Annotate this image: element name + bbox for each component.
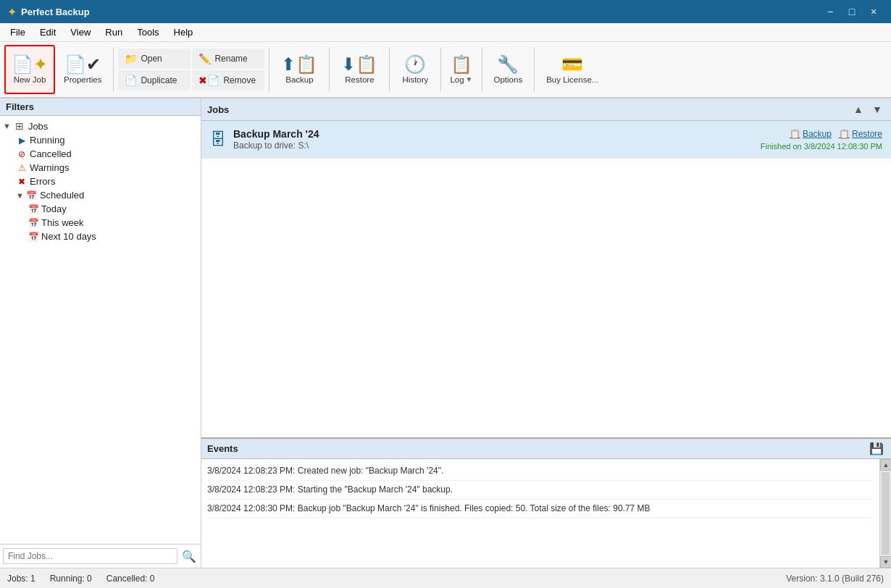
separator-6: [482, 48, 482, 91]
job-item-backup-march[interactable]: 🗄 Backup March '24 Backup to drive: S:\ …: [201, 121, 891, 159]
status-cancelled: Cancelled: 0: [106, 574, 155, 584]
separator-5: [440, 48, 441, 91]
options-button[interactable]: 🔧 Options: [487, 45, 530, 94]
warnings-icon: ⚠: [16, 163, 28, 173]
sidebar-item-next-10-days[interactable]: 📅 Next 10 days: [0, 230, 201, 243]
rename-label: Rename: [214, 54, 247, 64]
job-action-links: 📋 Backup 📋 Restore: [790, 129, 882, 139]
sidebar-item-today-label: Today: [41, 203, 67, 214]
sidebar-item-today[interactable]: 📅 Today: [0, 202, 201, 216]
new-job-button[interactable]: 📄✦ New Job: [4, 45, 55, 94]
open-label: Open: [141, 54, 162, 64]
open-icon: 📁: [125, 53, 137, 64]
toolbar-group-newjob: 📄✦ New Job 📄✔ Properties: [3, 42, 110, 97]
menu-help[interactable]: Help: [167, 23, 201, 41]
sort-up-button[interactable]: ▲: [850, 101, 866, 117]
close-button[interactable]: ×: [863, 3, 884, 20]
sidebar-tree: ▼ ⊞ Jobs ▶ Running ⊘ Cancelled ⚠ Warning…: [0, 116, 201, 544]
jobs-panel: Jobs ▲ ▼ 🗄 Backup March '24 Backup to dr…: [201, 98, 891, 437]
sidebar-item-errors[interactable]: ✖ Errors: [0, 175, 201, 188]
backup-button[interactable]: ⬆📋 Backup: [274, 45, 325, 94]
backup-icon: ⬆📋: [281, 56, 317, 73]
menu-view[interactable]: View: [63, 23, 98, 41]
events-save-button[interactable]: 💾: [868, 442, 885, 455]
duplicate-button[interactable]: 📄 Duplicate: [118, 70, 191, 91]
toolbar-group-log: 📋 Log ▼: [444, 42, 478, 97]
history-button[interactable]: 🕐 History: [394, 45, 436, 94]
sidebar-item-warnings[interactable]: ⚠ Warnings: [0, 161, 201, 175]
properties-icon: 📄✔: [64, 56, 101, 73]
job-finished-time: Finished on 3/8/2024 12:08:30 PM: [761, 142, 882, 151]
remove-icon: ✖📄: [198, 75, 219, 86]
log-icon: 📋: [451, 56, 472, 73]
event-line-1: 3/8/2024 12:08:23 PM: Starting the "Back…: [207, 481, 874, 500]
events-panel: Events 💾 3/8/2024 12:08:23 PM: Created n…: [201, 437, 891, 568]
separator-7: [534, 48, 535, 91]
sidebar-item-errors-label: Errors: [30, 176, 55, 187]
separator-2: [269, 48, 269, 91]
sidebar-item-next-10-days-label: Next 10 days: [41, 231, 96, 242]
log-label: Log: [450, 75, 464, 84]
jobs-panel-title: Jobs: [207, 104, 229, 115]
scroll-down-button[interactable]: ▼: [880, 556, 891, 568]
collapse-icon-scheduled: ▼: [16, 191, 24, 200]
sidebar-header: Filters: [0, 98, 201, 116]
job-db-icon: 🗄: [210, 130, 226, 149]
open-button[interactable]: 📁 Open: [118, 49, 191, 69]
scroll-up-button[interactable]: ▲: [880, 459, 891, 471]
new-job-icon: 📄✦: [12, 56, 48, 73]
job-backup-link[interactable]: 📋 Backup: [790, 129, 832, 139]
toolbar-group-history: 🕐 History: [393, 42, 438, 97]
title-bar-left: ✦ Perfect Backup: [7, 5, 90, 19]
toolbar-group-file: 📁 Open 📄 Duplicate ✏️ Rename ✖📄 Remove: [117, 42, 266, 97]
sidebar: Filters ▼ ⊞ Jobs ▶ Running ⊘ Cancelled ⚠…: [0, 98, 201, 568]
remove-button[interactable]: ✖📄 Remove: [192, 70, 264, 91]
job-actions: 📋 Backup 📋 Restore Finished on 3/8/2024 …: [761, 129, 882, 151]
sidebar-item-cancelled[interactable]: ⊘ Cancelled: [0, 147, 201, 161]
sort-down-button[interactable]: ▼: [869, 101, 885, 117]
scrollbar-thumb[interactable]: [882, 472, 890, 555]
events-title: Events: [207, 443, 238, 454]
sidebar-item-jobs[interactable]: ▼ ⊞ Jobs: [0, 119, 201, 133]
minimize-button[interactable]: −: [820, 3, 840, 20]
options-label: Options: [494, 75, 523, 84]
restore-icon: ⬇📋: [341, 56, 377, 73]
rename-button[interactable]: ✏️ Rename: [192, 49, 264, 69]
sidebar-search-bar: 🔍: [0, 544, 201, 568]
next-10-days-calendar-icon: 📅: [28, 232, 39, 242]
jobs-grid-icon: ⊞: [13, 120, 26, 132]
maximize-button[interactable]: □: [842, 3, 862, 20]
status-jobs: Jobs: 1: [7, 574, 35, 584]
search-button[interactable]: 🔍: [180, 547, 198, 565]
menu-tools[interactable]: Tools: [130, 23, 166, 41]
running-play-icon: ▶: [16, 135, 28, 146]
sidebar-item-scheduled[interactable]: ▼ 📅 Scheduled: [0, 188, 201, 202]
today-calendar-icon: 📅: [28, 204, 39, 214]
buy-license-button[interactable]: 💳 Buy License...: [539, 45, 606, 94]
separator-3: [329, 48, 330, 91]
options-icon: 🔧: [497, 56, 519, 73]
status-bar: Jobs: 1 Running: 0 Cancelled: 0 Version:…: [0, 568, 891, 588]
restore-button[interactable]: ⬇📋 Restore: [334, 45, 385, 94]
status-running: Running: 0: [50, 574, 92, 584]
toolbar-group-buy: 💳 Buy License...: [537, 42, 607, 97]
history-label: History: [403, 75, 429, 84]
separator-4: [389, 48, 390, 91]
menu-run[interactable]: Run: [98, 23, 130, 41]
properties-button[interactable]: 📄✔ Properties: [57, 45, 109, 94]
remove-label: Remove: [223, 75, 256, 85]
this-week-calendar-icon: 📅: [28, 218, 39, 228]
menu-file[interactable]: File: [3, 23, 33, 41]
find-jobs-input[interactable]: [3, 548, 177, 564]
menu-edit[interactable]: Edit: [33, 23, 63, 41]
log-button[interactable]: 📋 Log ▼: [446, 45, 477, 94]
duplicate-icon: 📄: [125, 75, 137, 86]
sidebar-item-this-week[interactable]: 📅 This week: [0, 216, 201, 230]
history-icon: 🕐: [404, 56, 426, 73]
app-icon: ✦: [7, 5, 17, 19]
sidebar-item-running[interactable]: ▶ Running: [0, 133, 201, 147]
job-restore-link[interactable]: 📋 Restore: [839, 129, 882, 139]
buy-icon: 💳: [561, 56, 583, 73]
jobs-sort-actions: ▲ ▼: [850, 101, 885, 117]
sidebar-item-jobs-label: Jobs: [28, 121, 48, 132]
